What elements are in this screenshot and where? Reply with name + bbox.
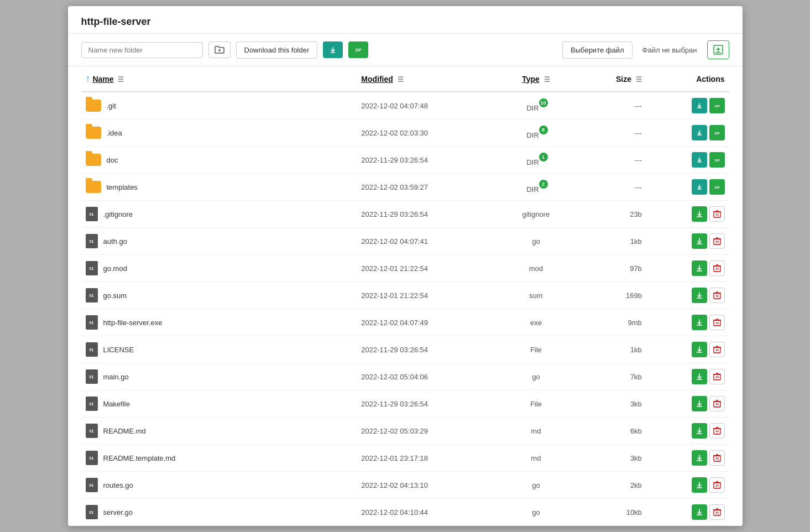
file-type: gitignore bbox=[495, 201, 578, 228]
file-name-link[interactable]: go.sum bbox=[103, 291, 127, 300]
col-header-size: Size ☰ bbox=[577, 66, 646, 92]
file-type: File bbox=[495, 336, 578, 363]
file-actions bbox=[646, 282, 729, 309]
download-file-button[interactable] bbox=[692, 206, 707, 222]
file-size: --- bbox=[577, 174, 646, 201]
download-folder-action-button[interactable] bbox=[692, 125, 707, 140]
delete-file-button[interactable] bbox=[709, 423, 725, 439]
table-row: routes.go2022-12-02 04:13:10go2kb bbox=[81, 472, 729, 499]
delete-file-button[interactable] bbox=[709, 504, 725, 520]
file-icon bbox=[86, 234, 98, 248]
download-file-button[interactable] bbox=[692, 288, 707, 303]
file-name-link[interactable]: .gitignore bbox=[103, 210, 133, 218]
file-size: 1kb bbox=[577, 228, 646, 255]
download-folder-action-button[interactable] bbox=[692, 179, 707, 195]
download-folder-action-button[interactable] bbox=[692, 98, 707, 113]
file-modified: 2022-12-02 05:04:06 bbox=[357, 363, 494, 390]
zip-button[interactable]: ZIP bbox=[348, 41, 368, 58]
file-name-link[interactable]: LICENSE bbox=[103, 346, 134, 354]
svg-text:ZIP: ZIP bbox=[356, 48, 362, 52]
folder-icon bbox=[86, 127, 101, 139]
choose-file-button[interactable]: Выберите файл bbox=[562, 41, 632, 59]
modified-sort-icon[interactable]: ☰ bbox=[398, 76, 404, 84]
zip-action-button[interactable]: ZIP bbox=[709, 125, 725, 140]
file-name-link[interactable]: .git bbox=[107, 102, 116, 110]
file-name-link[interactable]: README.template.md bbox=[103, 454, 176, 462]
zip-action-button[interactable]: ZIP bbox=[709, 179, 725, 195]
file-type: mod bbox=[495, 255, 578, 282]
download-folder-action-button[interactable] bbox=[692, 152, 707, 168]
file-name-link[interactable]: auth.go bbox=[103, 237, 127, 246]
no-file-label: Файл не выбран bbox=[638, 46, 702, 54]
file-actions bbox=[646, 445, 729, 472]
file-name-link[interactable]: Makefile bbox=[103, 400, 130, 408]
file-name-link[interactable]: README.md bbox=[103, 427, 146, 435]
zip-action-button[interactable]: ZIP bbox=[709, 98, 725, 113]
delete-file-button[interactable] bbox=[709, 477, 725, 493]
delete-file-button[interactable] bbox=[709, 206, 725, 222]
upload-button[interactable] bbox=[707, 40, 729, 59]
size-sort-icon[interactable]: ☰ bbox=[636, 76, 642, 84]
file-icon bbox=[86, 451, 98, 465]
type-badge: 8 bbox=[539, 126, 548, 134]
table-row: go.mod2022-12-01 21:22:54mod97b bbox=[81, 255, 729, 282]
new-folder-input[interactable] bbox=[81, 42, 203, 58]
download-file-button[interactable] bbox=[692, 423, 707, 439]
download-file-button[interactable] bbox=[692, 233, 707, 249]
file-table: ↑ Name ☰ Modified ☰ Type ☰ Size ☰ bbox=[81, 66, 729, 526]
file-name-link[interactable]: server.go bbox=[103, 508, 133, 517]
delete-file-button[interactable] bbox=[709, 342, 725, 357]
table-row: LICENSE2022-11-29 03:26:54File1kb bbox=[81, 336, 729, 363]
file-actions bbox=[646, 336, 729, 363]
download-file-button[interactable] bbox=[692, 396, 707, 411]
delete-file-button[interactable] bbox=[709, 233, 725, 249]
file-type: DIR8 bbox=[495, 119, 578, 147]
file-name-link[interactable]: go.mod bbox=[103, 264, 127, 273]
download-file-button[interactable] bbox=[692, 315, 707, 330]
table-row: http-file-server.exe2022-12-02 04:07:49e… bbox=[81, 309, 729, 336]
svg-rect-49 bbox=[714, 320, 720, 326]
file-name-link[interactable]: .idea bbox=[107, 129, 122, 137]
download-teal-icon bbox=[328, 45, 337, 54]
download-folder-button[interactable]: Download this folder bbox=[236, 41, 318, 59]
create-folder-button[interactable] bbox=[208, 41, 231, 58]
file-size: 1kb bbox=[577, 336, 646, 363]
svg-rect-67 bbox=[714, 401, 720, 407]
download-file-button[interactable] bbox=[692, 369, 707, 384]
file-actions: ZIP bbox=[646, 119, 729, 147]
delete-file-button[interactable] bbox=[709, 288, 725, 303]
download-file-button[interactable] bbox=[692, 342, 707, 357]
file-modified: 2022-12-02 04:07:48 bbox=[357, 92, 494, 119]
type-sort-icon[interactable]: ☰ bbox=[544, 76, 550, 84]
file-name-link[interactable]: http-file-server.exe bbox=[103, 319, 163, 327]
file-size: --- bbox=[577, 119, 646, 147]
file-modified: 2022-12-01 23:17:18 bbox=[357, 445, 494, 472]
app-title: http-file-server bbox=[81, 16, 729, 28]
file-name-link[interactable]: templates bbox=[107, 183, 138, 191]
file-type: File bbox=[495, 390, 578, 418]
delete-file-button[interactable] bbox=[709, 260, 725, 276]
up-navigate-icon[interactable]: ↑ bbox=[86, 73, 91, 84]
delete-file-button[interactable] bbox=[709, 396, 725, 411]
file-size: 3kb bbox=[577, 445, 646, 472]
download-file-button[interactable] bbox=[692, 504, 707, 520]
file-actions bbox=[646, 255, 729, 282]
delete-file-button[interactable] bbox=[709, 369, 725, 384]
svg-rect-79 bbox=[714, 456, 720, 461]
file-name-link[interactable]: doc bbox=[107, 156, 118, 164]
delete-file-button[interactable] bbox=[709, 315, 725, 330]
file-icon bbox=[86, 342, 98, 357]
download-file-button[interactable] bbox=[692, 260, 707, 276]
table-row: go.sum2022-12-01 21:22:54sum169b bbox=[81, 282, 729, 309]
download-file-button[interactable] bbox=[692, 450, 707, 466]
zip-action-button[interactable]: ZIP bbox=[709, 152, 725, 168]
new-folder-icon bbox=[215, 45, 224, 54]
file-actions: ZIP bbox=[646, 147, 729, 174]
file-name-link[interactable]: main.go bbox=[103, 373, 129, 381]
download-teal-button[interactable] bbox=[323, 41, 343, 58]
delete-file-button[interactable] bbox=[709, 450, 725, 466]
download-file-button[interactable] bbox=[692, 477, 707, 493]
name-sort-icon[interactable]: ☰ bbox=[118, 76, 124, 84]
file-name-link[interactable]: routes.go bbox=[103, 481, 133, 489]
file-actions bbox=[646, 499, 729, 526]
